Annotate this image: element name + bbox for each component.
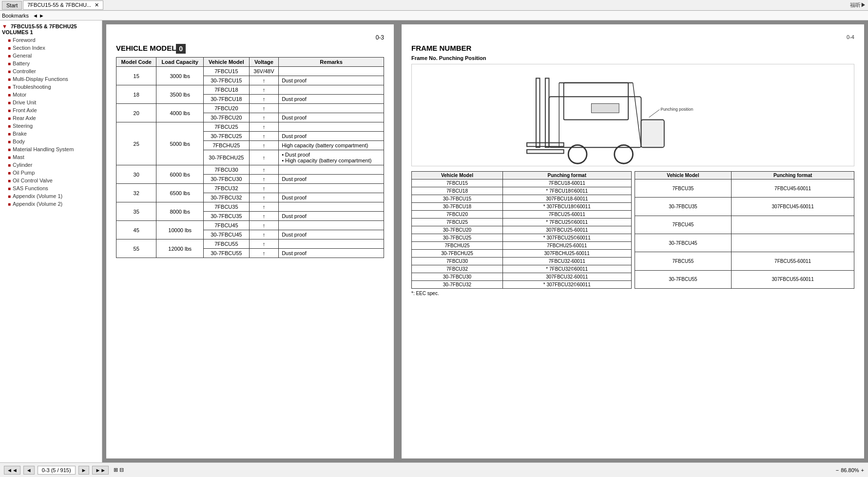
vehicle-model-7fbcu30: 7FBCU30 — [203, 165, 249, 175]
load-cap-15: 3000 lbs — [156, 67, 204, 85]
load-cap-32: 6500 lbs — [156, 184, 204, 202]
voltage-7fbcu45: ↑ — [249, 221, 278, 230]
sidebar-item-material-handling[interactable]: ■ Material Handling System — [0, 145, 102, 153]
sidebar-item-front-axle[interactable]: ■ Front Axle — [0, 106, 102, 114]
sidebar-item-mast[interactable]: ■ Mast — [0, 153, 102, 161]
sidebar-item-rear-axle[interactable]: ■ Rear Axle — [0, 114, 102, 122]
table-row: 18 3500 lbs 7FBCU18 ↑ — [116, 85, 384, 95]
table-row: 7FBCU307FBCU32-60011 — [412, 258, 632, 265]
sidebar-item-drive-unit[interactable]: ■ Drive Unit — [0, 99, 102, 106]
frame-table-left: Vehicle Model Punching format 7FBCU157FB… — [411, 171, 632, 289]
svg-rect-1 — [545, 78, 549, 147]
sidebar-item-section-index[interactable]: ■ Section Index — [0, 44, 102, 52]
sidebar-item-body[interactable]: ■ Body — [0, 138, 102, 145]
cylinder-arrow-icon: ■ — [8, 162, 11, 168]
load-cap-30: 6000 lbs — [156, 165, 204, 184]
tab-start[interactable]: Start — [2, 1, 22, 10]
nav-prev-button[interactable]: ◄ — [23, 466, 35, 475]
vehicle-model-30-7fbchu25: 30-7FBCHU25 — [203, 150, 249, 165]
vehicle-model-7fbcu20: 7FBCU20 — [203, 104, 249, 113]
bookmarks-bar: Bookmarks ◄ ► — [0, 11, 868, 20]
voltage-30-7fbcu55: ↑ — [249, 249, 278, 258]
sidebar-root[interactable]: ▼ 7FBCU15-55 & 7FBCHU25 VOLUMES 1 — [0, 22, 102, 36]
eec-note: *: EEC spec. — [411, 291, 854, 296]
vehicle-model-30-7fbcu20: 30-7FBCU20 — [203, 113, 249, 122]
page-left: 0-3 VEHICLE MODEL 0 Model Code Load Capa… — [106, 24, 394, 458]
sidebar-item-sas-functions[interactable]: ■ SAS Functions — [0, 184, 102, 192]
svg-rect-5 — [564, 83, 628, 120]
remarks-7fbcu45 — [279, 221, 384, 230]
foreword-arrow-icon: ■ — [8, 38, 11, 43]
frame-number-title: FRAME NUMBER — [411, 44, 854, 52]
remarks-30-7fbcu35: Dust proof — [279, 212, 384, 221]
sidebar-item-cylinder[interactable]: ■ Cylinder — [0, 161, 102, 169]
page-right: 0-4 FRAME NUMBER Frame No. Punching Posi… — [402, 24, 864, 458]
nav-first-button[interactable]: ◄◄ — [4, 466, 20, 475]
model-code-32: 32 — [116, 184, 156, 202]
tab-main[interactable]: 7FBCU15-55 & 7FBCHU... ✕ — [23, 0, 103, 10]
table-row: 20 4000 lbs 7FBCU20 ↑ — [116, 104, 384, 113]
vehicle-model-30-7fbcu25: 30-7FBCU25 — [203, 132, 249, 141]
sidebar-item-general[interactable]: ■ General — [0, 52, 102, 60]
model-code-15: 15 — [116, 67, 156, 85]
sidebar-item-appendix-vol2[interactable]: ■ Appendix (Volume 2) — [0, 200, 102, 208]
frame-table-right: Vehicle Model Punching format 7FBCU357FB… — [635, 171, 855, 289]
vehicle-model-table: Model Code Load Capacity Vehicle Model V… — [116, 57, 384, 258]
nav-icons: ⊞ ⊟ — [114, 467, 124, 473]
page-indicator[interactable]: 0-3 (5 / 915) — [38, 466, 76, 475]
table-row: 30-7FBCU18* 307FBCU18©60011 — [412, 203, 632, 211]
main-layout: ▼ 7FBCU15-55 & 7FBCHU25 VOLUMES 1 ■ Fore… — [0, 20, 868, 462]
load-cap-35: 8000 lbs — [156, 202, 204, 221]
multi-display-arrow-icon: ■ — [8, 77, 11, 82]
sidebar-item-brake[interactable]: ■ Brake — [0, 130, 102, 138]
remarks-7fbcu35 — [279, 202, 384, 212]
sidebar-item-oil-pump[interactable]: ■ Oil Pump — [0, 169, 102, 177]
remarks-30-7fbcu45: Dust proof — [279, 230, 384, 239]
vehicle-model-30-7fbcu30: 30-7FBCU30 — [203, 175, 249, 184]
zoom-level: 86.80% — [841, 467, 859, 473]
voltage-7fbcu55: ↑ — [249, 239, 278, 249]
sidebar-item-appendix-vol1[interactable]: ■ Appendix (Volume 1) — [0, 192, 102, 200]
voltage-30-7fbcu15: ↑ — [249, 76, 278, 85]
model-code-30: 30 — [116, 165, 156, 184]
sidebar-item-controller[interactable]: ■ Controller — [0, 67, 102, 75]
brake-arrow-icon: ■ — [8, 131, 11, 137]
vehicle-model-30-7fbcu18: 30-7FBCU18 — [203, 95, 249, 104]
frame-left-col2-header: Punching format — [503, 172, 632, 179]
model-code-45: 45 — [116, 221, 156, 239]
zoom-out-button[interactable]: − — [836, 467, 839, 473]
sidebar-item-foreword[interactable]: ■ Foreword — [0, 36, 102, 44]
vehicle-model-7fbcu18: 7FBCU18 — [203, 85, 249, 95]
voltage-30-7fbcu45: ↑ — [249, 230, 278, 239]
oil-pump-arrow-icon: ■ — [8, 170, 11, 176]
nav-last-button[interactable]: ►► — [92, 466, 109, 475]
remarks-7fbcu30 — [279, 165, 384, 175]
voltage-7fbcu30: ↑ — [249, 165, 278, 175]
sidebar: ▼ 7FBCU15-55 & 7FBCHU25 VOLUMES 1 ■ Fore… — [0, 20, 102, 462]
bookmarks-nav-right[interactable]: ► — [39, 13, 44, 19]
sidebar-item-motor[interactable]: ■ Motor — [0, 91, 102, 99]
battery-arrow-icon: ■ — [8, 61, 11, 66]
bottom-right: − 86.80% + — [836, 467, 864, 473]
voltage-7fbcu15: 36V/48V — [249, 67, 278, 76]
sidebar-item-steering[interactable]: ■ Steering — [0, 122, 102, 130]
remarks-30-7fbcu55: Dust proof — [279, 249, 384, 258]
remarks-7fbchu25: High capacity (battery compartment) — [279, 141, 384, 150]
bookmarks-nav-left[interactable]: ◄ — [33, 13, 38, 19]
table-row: 15 3000 lbs 7FBCU15 36V/48V — [116, 67, 384, 76]
sidebar-item-multi-display[interactable]: ■ Multi-Display Functions — [0, 75, 102, 83]
zoom-in-button[interactable]: + — [861, 467, 864, 473]
sidebar-item-oil-control-valve[interactable]: ■ Oil Control Valve — [0, 177, 102, 184]
nav-next-button[interactable]: ► — [78, 466, 90, 475]
remarks-7fbcu32 — [279, 184, 384, 193]
table-row: 7FBCU45 — [635, 216, 854, 234]
svg-rect-11 — [641, 119, 664, 147]
sidebar-item-troubleshooting[interactable]: ■ Troubleshooting — [0, 83, 102, 91]
tab-close-button[interactable]: ✕ — [95, 2, 99, 8]
col-header-model-code: Model Code — [116, 58, 156, 67]
sidebar-item-battery[interactable]: ■ Battery — [0, 60, 102, 67]
page-num-right: 0-4 — [411, 34, 854, 40]
top-bar: Start 7FBCU15-55 & 7FBCHU... ✕ 福听▶ — [0, 0, 868, 11]
table-row: 7FBCHU257FBCHU25-60011 — [412, 242, 632, 250]
voltage-30-7fbcu25: ↑ — [249, 132, 278, 141]
